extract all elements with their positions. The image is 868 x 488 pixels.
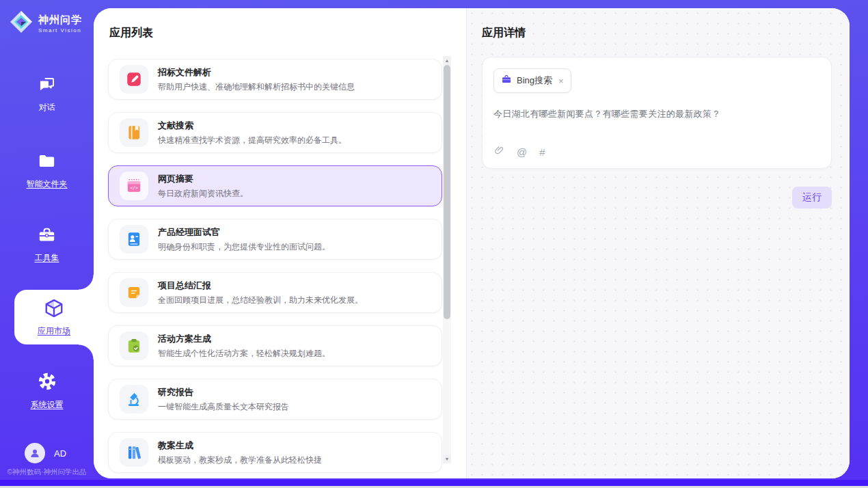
app-name: 招标文件解析	[158, 66, 355, 79]
hash-icon[interactable]: #	[539, 146, 545, 158]
gear-icon	[38, 372, 57, 394]
app-list-scrollbar[interactable]: ▲ ▼	[443, 56, 451, 463]
app-description: 模板驱动，教案秒成，教学准备从此轻松快捷	[158, 455, 322, 466]
prompt-card[interactable]: Bing搜索 × 今日湖北有哪些新闻要点？有哪些需要关注的最新政策？ @ #	[482, 57, 832, 169]
app-detail-panel: 应用详情 Bing搜索 × 今日湖北有哪些新闻要点？有哪些需要关注的最新政策？	[466, 8, 850, 478]
copyright-text: ©神州数码·神州问学出品	[0, 467, 94, 477]
person-icon	[29, 447, 41, 459]
clipboard-check-icon	[120, 331, 148, 360]
microscope-icon	[120, 385, 148, 414]
app-description: 智能生成个性化活动方案，轻松解决规划难题。	[158, 348, 330, 360]
sidebar: 神州问学 Smart Vision 对话 智能文件夹	[0, 0, 94, 480]
note-icon	[120, 278, 148, 307]
svg-text:</>: </>	[130, 185, 138, 191]
briefcase-icon	[501, 74, 512, 87]
app-description: 一键智能生成高质量长文本研究报告	[158, 401, 289, 413]
sidebar-item-label: 对话	[39, 102, 55, 113]
app-description: 帮助用户快速、准确地理解和解析招标书中的关键信息	[158, 81, 355, 93]
avatar	[25, 443, 45, 463]
sidebar-item-chat[interactable]: 对话	[0, 75, 94, 113]
folder-icon	[38, 152, 56, 173]
logo-title: 神州问学	[38, 14, 82, 27]
app-description: 全面回顾项目进展，总结经验教训，助力未来优化发展。	[158, 295, 363, 306]
app-description: 每日政府新闻资讯快查。	[158, 188, 248, 200]
bottom-accent-bar	[0, 480, 868, 486]
cube-icon	[44, 298, 64, 321]
prompt-text[interactable]: 今日湖北有哪些新闻要点？有哪些需要关注的最新政策？	[493, 108, 820, 120]
app-card-project-summary[interactable]: 项目总结汇报 全面回顾项目进展，总结经验教训，助力未来优化发展。	[108, 272, 442, 313]
logo-subtitle: Smart Vision	[38, 27, 82, 33]
app-name: 活动方案生成	[158, 333, 330, 345]
sidebar-item-label: 系统设置	[31, 399, 64, 411]
mention-icon[interactable]: @	[517, 146, 527, 158]
scrollbar-up-arrow[interactable]: ▲	[443, 56, 451, 65]
run-row: 运行	[482, 187, 832, 208]
book-icon	[120, 118, 148, 147]
attachment-toolbar: @ #	[494, 145, 545, 159]
app-name: 产品经理面试官	[158, 226, 330, 239]
app-window: 神州问学 Smart Vision 对话 智能文件夹	[0, 0, 868, 488]
app-name: 网页摘要	[158, 173, 248, 185]
sidebar-item-label: 应用市场	[38, 325, 70, 337]
sidebar-item-label: 智能文件夹	[27, 178, 68, 190]
sidebar-item-smart-folder[interactable]: 智能文件夹	[0, 152, 94, 190]
app-description: 明确身份和职责，为您提供专业性的面试问题。	[158, 241, 330, 253]
app-name: 教案生成	[158, 439, 322, 452]
scrollbar-down-arrow[interactable]: ▼	[443, 455, 451, 463]
content-shell: 应用列表 招标文件解析 帮助用户快速、准确地理解和解析招标书中的关键信息	[94, 8, 850, 478]
run-button[interactable]: 运行	[792, 187, 832, 208]
app-card-lesson-plan[interactable]: 教案生成 模板驱动，教案秒成，教学准备从此轻松快捷	[108, 432, 442, 473]
sidebar-item-settings[interactable]: 系统设置	[0, 372, 94, 411]
paperclip-icon[interactable]	[494, 145, 504, 159]
app-logo: 神州问学 Smart Vision	[9, 10, 82, 37]
app-list-title: 应用列表	[109, 26, 443, 40]
app-name: 项目总结汇报	[158, 280, 363, 292]
interviewer-icon	[120, 225, 148, 254]
sidebar-item-app-market[interactable]: 应用市场	[14, 290, 94, 344]
sidebar-item-toolset[interactable]: 工具集	[0, 226, 94, 264]
edit-document-icon	[120, 65, 148, 94]
logo-diamond-icon	[9, 10, 33, 37]
app-detail-title: 应用详情	[482, 26, 832, 40]
tool-tag-label: Bing搜索	[517, 74, 552, 87]
app-card-literature-search[interactable]: 文献搜索 快速精准查找学术资源，提高研究效率的必备工具。	[108, 112, 442, 153]
sidebar-item-label: 工具集	[35, 252, 59, 264]
browser-code-icon: </>	[120, 172, 148, 200]
app-card-event-plan[interactable]: 活动方案生成 智能生成个性化活动方案，轻松解决规划难题。	[108, 325, 442, 366]
user-name: AD	[54, 448, 66, 459]
toolbox-icon	[38, 226, 56, 247]
close-icon[interactable]: ×	[558, 77, 564, 85]
app-card-pm-interviewer[interactable]: 产品经理面试官 明确身份和职责，为您提供专业性的面试问题。	[108, 219, 442, 260]
app-card-bid-analysis[interactable]: 招标文件解析 帮助用户快速、准确地理解和解析招标书中的关键信息	[108, 59, 442, 100]
user-account[interactable]: AD	[25, 443, 66, 463]
scrollbar-thumb[interactable]	[444, 65, 450, 319]
app-card-research-report[interactable]: 研究报告 一键智能生成高质量长文本研究报告	[108, 379, 442, 420]
tool-tag-bing-search[interactable]: Bing搜索 ×	[493, 68, 571, 93]
books-icon	[120, 438, 148, 467]
app-name: 文献搜索	[158, 120, 347, 132]
app-list-panel: 应用列表 招标文件解析 帮助用户快速、准确地理解和解析招标书中的关键信息	[94, 8, 466, 478]
chat-icon	[38, 75, 56, 96]
app-description: 快速精准查找学术资源，提高研究效率的必备工具。	[158, 135, 347, 146]
app-card-list: 招标文件解析 帮助用户快速、准确地理解和解析招标书中的关键信息 文献搜索	[108, 59, 442, 473]
app-card-web-summary[interactable]: </> 网页摘要 每日政府新闻资讯快查。	[108, 165, 442, 206]
app-name: 研究报告	[158, 386, 289, 398]
